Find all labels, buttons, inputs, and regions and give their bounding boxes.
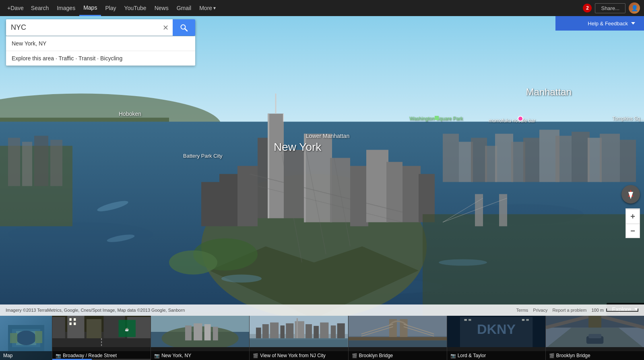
svg-rect-16 [386,162,402,222]
terms-link[interactable]: Terms [516,308,528,313]
dropdown-explore-text: Explore this area · Traffic · Transit · … [12,55,190,62]
svg-rect-122 [526,319,528,321]
footer: Imagery ©2013 TerraMetrics, Google, Cnes… [0,304,644,316]
nav-news[interactable]: News [151,0,173,16]
compass[interactable] [621,185,640,204]
dropdown-new-york[interactable]: New York, NY [6,36,195,51]
svg-rect-34 [523,138,539,182]
dropdown-explore[interactable]: Explore this area · Traffic · Transit · … [6,51,195,66]
footer-links: Terms Privacy Report a problem 100 m [516,308,638,313]
svg-rect-120 [469,319,471,321]
svg-rect-99 [305,324,312,338]
svg-rect-23 [268,114,269,218]
svg-rect-91 [250,338,348,347]
svg-rect-36 [555,136,572,182]
share-button[interactable]: Share... [595,3,625,13]
scale-line [606,309,638,312]
svg-rect-87 [204,324,211,340]
scale-bar: 100 m [591,308,638,313]
map-area[interactable]: Manhattan New York Lower Manhattan Hobok… [0,16,644,360]
dropdown-new-york-title: New York, NY [12,40,190,47]
svg-rect-11 [304,134,332,222]
view-video-icon: 🎬 [253,353,258,358]
svg-rect-86 [194,323,202,340]
momofuku-pin [518,116,523,121]
brooklyn2-thumbnail-svg [546,316,644,347]
svg-rect-100 [314,326,319,338]
zoom-out-button[interactable]: − [625,224,640,238]
nav-youtube[interactable]: YouTube [120,0,151,16]
washington-sq-dot [435,116,439,120]
search-button[interactable] [173,19,195,36]
nav-gmail[interactable]: Gmail [173,0,196,16]
svg-point-58 [221,275,262,283]
svg-rect-103 [337,323,345,338]
svg-text:DKNY: DKNY [477,321,516,337]
nav-play[interactable]: Play [101,0,120,16]
svg-rect-30 [471,138,487,182]
svg-rect-18 [219,174,237,226]
thumbnail-newyork-label: 📷 New York, NY [151,351,249,360]
avatar-image: 👤 [629,2,640,14]
report-link[interactable]: Report a problem [552,308,586,313]
view-thumbnail-svg [250,316,348,347]
svg-rect-68 [52,317,65,340]
nav-maps[interactable]: Maps [79,0,101,16]
svg-rect-50 [50,140,62,186]
search-dropdown: New York, NY Explore this area · Traffic… [6,36,195,66]
thumbnail-broadway[interactable]: ☕ 📷 Broadway / Reade Street [52,316,151,360]
thumbnail-brooklyn2-label: 🎬 Brooklyn Bridge [546,351,644,360]
nav-search[interactable]: Search [27,0,53,16]
thumbnail-brooklyn[interactable]: 🎬 Brooklyn Bridge [349,316,447,360]
privacy-link[interactable]: Privacy [533,308,547,313]
help-feedback-button[interactable]: Help & Feedback [583,21,640,27]
svg-rect-37 [572,132,590,182]
svg-line-133 [185,29,187,31]
svg-rect-85 [185,325,192,340]
svg-rect-22 [268,114,284,218]
thumbnail-map[interactable]: Map [0,316,52,360]
thumbnail-newyork-text: New York, NY [161,353,191,358]
svg-rect-113 [349,337,447,340]
thumbnail-brooklyn2[interactable]: 🎬 Brooklyn Bridge [546,316,644,360]
nav-images[interactable]: Images [53,0,79,16]
avatar[interactable]: 👤 [629,2,640,14]
svg-rect-119 [464,319,466,321]
search-container: ✕ [6,19,195,36]
thumbnail-map-text: Map [3,353,12,358]
thumbnail-lord[interactable]: DKNY 📷 Lord & Taylor [447,316,546,360]
search-input[interactable] [6,19,159,36]
svg-rect-14 [350,166,368,226]
scale-label: 100 m [591,308,604,313]
lord-thumbnail-svg: DKNY [447,316,545,347]
notification-badge[interactable]: 2 [583,4,592,12]
thumbnail-broadway-text: Broadway / Reade Street [63,353,117,358]
thumbnail-ny-bg [151,316,249,347]
svg-rect-21 [201,182,221,226]
svg-rect-97 [295,321,304,338]
thumbnail-brooklyn-label: 🎬 Brooklyn Bridge [349,351,447,360]
svg-rect-104 [250,338,348,339]
svg-rect-64 [10,333,17,343]
broadway-thumbnail-svg: ☕ [52,316,151,347]
svg-rect-74 [74,318,76,321]
thumbnail-newyork[interactable]: 📷 New York, NY [151,316,250,360]
svg-rect-73 [69,318,71,321]
nav-more[interactable]: More ▾ [195,0,220,16]
svg-point-63 [16,331,36,345]
nav-plus-dave[interactable]: +Dave [4,0,27,16]
map-controls: + − [625,209,640,238]
svg-rect-38 [588,138,602,182]
svg-rect-10 [282,150,304,218]
svg-rect-24 [283,114,284,122]
imagery-attribution: Imagery ©2013 TerraMetrics, Google, Cnes… [6,308,185,313]
thumbnail-map-label: Map [0,351,52,360]
svg-rect-48 [22,142,32,186]
compass-south [628,192,633,199]
svg-rect-93 [262,324,269,338]
search-clear-button[interactable]: ✕ [159,19,173,36]
svg-rect-75 [69,323,71,325]
zoom-in-button[interactable]: + [625,209,640,224]
thumbnail-view[interactable]: 🎬 View of New York from NJ City [250,316,348,360]
thumbnail-view-label: 🎬 View of New York from NJ City [250,351,348,360]
